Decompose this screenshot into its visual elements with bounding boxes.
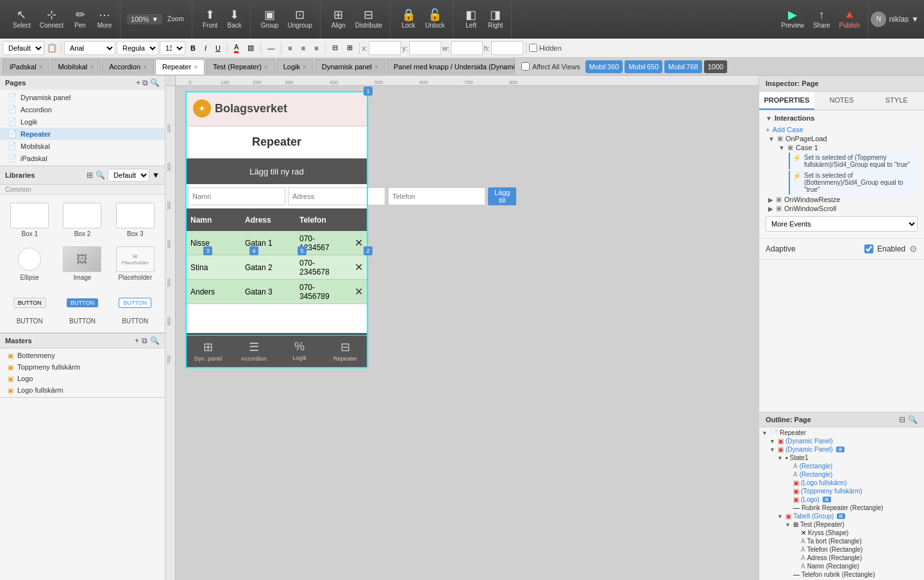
td-anders-delete[interactable]: ✕ (349, 286, 368, 298)
tab-test-repeater-close[interactable]: × (264, 64, 268, 71)
lib-placeholder[interactable]: ✉ Placeholder Placeholder (111, 244, 160, 284)
line-btn[interactable]: — (264, 41, 278, 55)
outline-search-button[interactable]: 🔍 (908, 415, 918, 424)
align-right-button[interactable]: ≡ (310, 41, 322, 55)
ot-dynamic-panel-2[interactable]: ▼ ▣ (Dynamic Panel) ⊞ (762, 445, 921, 454)
master-toppmeny[interactable]: ▣ Toppmeny fullskärm (0, 361, 165, 373)
ot-rubrik-repeater[interactable]: — Rubrik Repeater (Rectangle) (762, 504, 921, 512)
align-center-button[interactable]: ≡ (298, 41, 309, 55)
master-bottenmeny[interactable]: ▣ Bottenmeny (0, 350, 165, 361)
master-logo[interactable]: ▣ Logo (0, 373, 165, 384)
lib-search-button[interactable]: 🔍 (96, 171, 105, 180)
lib-ellipse[interactable]: Ellipse (5, 244, 54, 284)
preview-button[interactable]: ▶ Preview (777, 6, 808, 31)
nav-accordion[interactable]: ☰ Accordion (231, 340, 276, 362)
tab-mobilskal-close[interactable]: × (90, 64, 94, 71)
pages-search-button[interactable]: 🔍 (150, 78, 160, 87)
ot-telefon-rect[interactable]: A Telefon (Rectangle) (762, 545, 921, 554)
page-item-mobilskal[interactable]: 📄 Mobilskal (0, 140, 165, 152)
ot-tg-expand[interactable]: ▼ (777, 513, 784, 520)
ot-telefon-rubrik[interactable]: — Telefon rubrik (Rectangle) (762, 570, 921, 579)
lagg-till-button[interactable]: Lägg till (488, 187, 516, 205)
ot-adress-rect[interactable]: A Adress (Rectangle) (762, 554, 921, 562)
lib-manage-button[interactable]: ⊞ (87, 171, 93, 180)
tab-logik[interactable]: Logik × (276, 59, 314, 74)
tab-repeater[interactable]: Repeater × (155, 59, 205, 74)
ot-logo-fullskarm[interactable]: ▣ (Logo fullskärm) (762, 479, 921, 487)
ot-test-repeater[interactable]: ▼ ⊞ Test (Repeater) (762, 520, 921, 529)
canvas-content[interactable]: 1 2 3 4 5 ✦ Bolagsverket (176, 86, 759, 580)
ot-state1[interactable]: ▼ ▪ State1 (762, 454, 921, 462)
telefon-input[interactable] (388, 187, 485, 205)
align-left-button[interactable]: ≡ (284, 41, 296, 55)
h-input[interactable] (491, 41, 523, 55)
pages-add-button[interactable]: + (136, 78, 140, 87)
left-button[interactable]: ◧ Left (460, 6, 483, 31)
ot-rect-1[interactable]: A (Rectangle) (762, 462, 921, 470)
underline-button[interactable]: U (212, 41, 224, 55)
ot-logo[interactable]: ▣ (Logo) ⊞ (762, 495, 921, 504)
namn-input[interactable] (188, 187, 285, 205)
bp-mobil-768[interactable]: Mobil 768 (664, 60, 702, 73)
select-button[interactable]: ↖ Select (9, 6, 35, 31)
page-type-select[interactable]: Default (3, 41, 44, 55)
zoom-control[interactable]: 100% ▼ (127, 14, 162, 24)
interactions-collapse-icon[interactable]: ▼ (766, 115, 772, 122)
lock-button[interactable]: 🔒 Lock (397, 6, 420, 31)
hidden-checkbox[interactable] (529, 44, 537, 52)
on-window-resize-expand-icon[interactable]: ▶ (768, 196, 773, 203)
back-button[interactable]: ⬇ Back (223, 6, 246, 31)
ot-repeater[interactable]: ▼ 📄 Repeater (762, 429, 921, 437)
masters-search-button[interactable]: 🔍 (150, 336, 160, 345)
on-window-scroll-expand-icon[interactable]: ▶ (768, 205, 773, 212)
tab-panel-med-knapp[interactable]: Panel med knapp / Undersida (Dynamisk pa… (387, 59, 515, 74)
affect-all-checkbox[interactable] (521, 62, 530, 71)
case1-expand-icon[interactable]: ▼ (778, 144, 785, 151)
lib-btn-blue[interactable]: BUTTON BUTTON (58, 287, 106, 327)
tab-mobilskal[interactable]: Mobilskal × (51, 59, 101, 74)
font-color-button[interactable]: A (230, 41, 242, 55)
ot-dynamic-panel-1[interactable]: ▼ ▣ (Dynamic Panel) (762, 437, 921, 445)
italic-button[interactable]: I (201, 41, 210, 55)
ot-tabell-group[interactable]: ▼ ▣ Tabell (Group) ⊞ (762, 512, 921, 520)
user-info[interactable]: N niklas ▼ (871, 12, 919, 27)
ot-rect-2[interactable]: A (Rectangle) (762, 470, 921, 479)
pages-duplicate-button[interactable]: ⧉ (142, 78, 148, 87)
nav-dyn-panel[interactable]: ⊞ Dyn. panel (185, 340, 231, 362)
align-button[interactable]: ⊞ Align (327, 6, 350, 31)
ungroup-button[interactable]: ⊡ Ungroup (283, 6, 315, 31)
on-page-load-expand-icon[interactable]: ▼ (768, 135, 775, 142)
publish-button[interactable]: 🔺 Publish (836, 6, 864, 31)
lib-select[interactable]: Default (108, 169, 149, 182)
size-select[interactable]: 13 (160, 41, 185, 55)
tab-logik-close[interactable]: × (303, 64, 307, 71)
share-button[interactable]: ↑ Share (809, 6, 834, 31)
tab-repeater-close[interactable]: × (194, 64, 197, 71)
page-item-dynamisk[interactable]: 📄 Dynamisk panel (0, 91, 165, 103)
tab-accordion-close[interactable]: × (143, 64, 147, 71)
adress-input[interactable] (288, 187, 385, 205)
tab-dynamisk-panel[interactable]: Dynamisk panel × (315, 59, 385, 74)
masters-add-button[interactable]: + (135, 336, 139, 345)
adaptive-enabled-checkbox[interactable] (864, 244, 873, 253)
insp-tab-notes[interactable]: NOTES (814, 92, 869, 110)
insp-tab-properties[interactable]: PROPERTIES (759, 92, 814, 110)
row-btn[interactable]: ⊞ (343, 41, 357, 55)
nav-repeater[interactable]: ⊟ Repeater (323, 340, 368, 362)
ot-repeater-expand[interactable]: ▼ (762, 430, 768, 436)
lib-image[interactable]: 🖼 Image (58, 244, 106, 284)
outline-filter-button[interactable]: ⊟ (899, 415, 905, 424)
page-item-logik[interactable]: 📄 Logik (0, 115, 165, 128)
master-logo-fullskarm[interactable]: ▣ Logo fullskärm (0, 384, 165, 396)
bold-button[interactable]: B (187, 41, 199, 55)
connect-button[interactable]: ⊹ Connect (36, 6, 67, 31)
page-item-accordion[interactable]: 📄 Accordion (0, 103, 165, 115)
distribute-button[interactable]: ⊟ Distribute (351, 6, 386, 31)
lib-box2[interactable]: Box 2 (58, 200, 106, 240)
tab-dynamisk-panel-close[interactable]: × (374, 64, 378, 71)
insp-tab-style[interactable]: STYLE (869, 92, 924, 110)
ot-dp1-expand[interactable]: ▼ (769, 438, 776, 445)
tab-ipadskal-close[interactable]: × (39, 64, 43, 71)
td-stina-delete[interactable]: ✕ (349, 261, 368, 273)
tab-accordion[interactable]: Accordion × (102, 59, 154, 74)
